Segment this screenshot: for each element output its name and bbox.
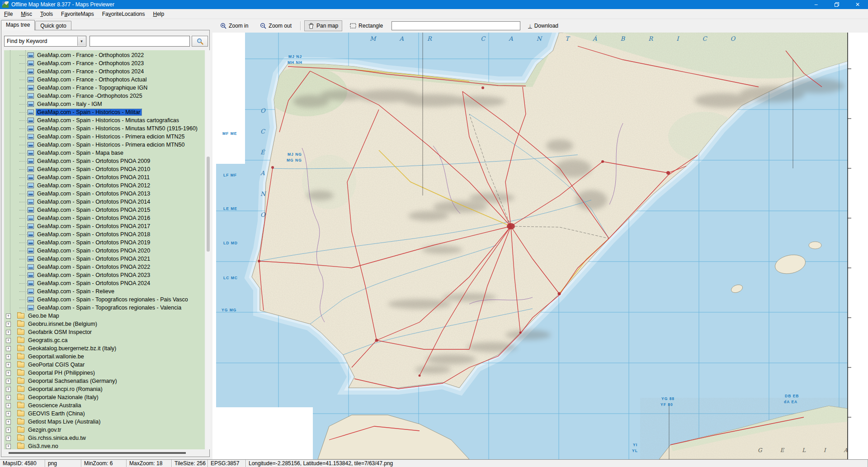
tree-item[interactable]: GeaMap.com - Spain - Ortofotos PNOA 2012 <box>4 181 205 190</box>
chevron-down-icon[interactable]: ▼ <box>77 37 85 46</box>
tree-item[interactable]: GeaMap.com - Spain - Historicos - Milita… <box>4 108 205 116</box>
tree-item-label: GeaMap.com - Spain - Topograficos region… <box>36 305 182 311</box>
tree-folder[interactable]: +Geogratis.gc.ca <box>4 336 205 344</box>
expand-icon[interactable]: + <box>6 379 11 384</box>
zoom-out-button[interactable]: Zoom out <box>256 20 296 31</box>
tree-item[interactable]: GeaMap.com - Spain - Ortofotos PNOA 2018 <box>4 230 205 238</box>
tree-horizontal-scrollbar[interactable] <box>4 450 205 456</box>
menu-item-misc[interactable]: Misc <box>17 10 36 19</box>
tree-item[interactable]: GeaMap.com - Spain - Ortofotos PNOA 2021 <box>4 255 205 263</box>
scrollbar-thumb[interactable] <box>9 452 186 454</box>
tab-maps-tree[interactable]: Maps tree <box>1 20 35 30</box>
expand-icon[interactable]: + <box>6 322 11 327</box>
tree-item[interactable]: GeaMap.com - Spain - Historicos - Primer… <box>4 133 205 141</box>
expand-icon[interactable]: + <box>6 338 11 343</box>
tree-item[interactable]: GeaMap.com - Spain - Topograficos region… <box>4 304 205 312</box>
tree-folder[interactable]: +Geoportale Nazionale (Italy) <box>4 393 205 401</box>
tree-folder[interactable]: +Geoportal PH (Philippines) <box>4 369 205 377</box>
tree-item[interactable]: GeaMap.com - France - Orthophotos Actual <box>4 76 205 84</box>
tree-item[interactable]: GeaMap.com - Spain - Ortofotos PNOA 2022 <box>4 263 205 271</box>
tree-item[interactable]: GeaMap.com - France - Orthophotos 2023 <box>4 59 205 67</box>
map-toolbar-input[interactable] <box>392 21 520 30</box>
tree-item[interactable]: GeaMap.com - France - Orthophotos 2022 <box>4 51 205 59</box>
map-viewport[interactable]: M A R C A N T Á B R I C OOCÉANOG E L I A… <box>212 33 868 459</box>
tree-folder[interactable]: +Geoportal.ancpi.ro (Romania) <box>4 385 205 393</box>
search-button[interactable] <box>192 36 208 47</box>
expand-icon[interactable]: + <box>6 419 11 424</box>
zoom-in-button[interactable]: Zoom in <box>216 20 252 31</box>
tree-item[interactable]: GeaMap.com - Spain - Historicos - Primer… <box>4 141 205 149</box>
rectangle-button[interactable]: Rectangle <box>346 20 387 31</box>
tree-item[interactable]: GeaMap.com - Spain - Ortofotos PNOA 2017 <box>4 222 205 230</box>
expand-icon[interactable]: + <box>6 371 11 376</box>
map-layer-icon <box>28 61 34 66</box>
minimize-button[interactable]: – <box>806 0 826 9</box>
map-layer-icon <box>28 134 34 139</box>
tree-item[interactable]: GeaMap.com - Spain - Mapa base <box>4 149 205 157</box>
find-mode-select[interactable]: Find by Keyword ▼ <box>4 36 86 47</box>
tree-item[interactable]: GeaMap.com - Spain - Ortofotos PNOA 2023 <box>4 271 205 279</box>
expand-icon[interactable]: + <box>6 346 11 351</box>
expand-icon[interactable]: + <box>6 314 11 319</box>
tree-item[interactable]: GeaMap.com - Spain - Ortofotos PNOA 2013 <box>4 190 205 198</box>
tree-item[interactable]: GeaMap.com - Spain - Ortofotos PNOA 2014 <box>4 198 205 206</box>
tree-folder-label: Geoscience Australia <box>27 402 82 409</box>
tree-item[interactable]: GeaMap.com - Spain - Ortofotos PNOA 2011 <box>4 173 205 181</box>
tree-item[interactable]: GeaMap.com - Spain - Historicos - Minuta… <box>4 116 205 124</box>
menu-item-favoritelocations[interactable]: FavoriteLocations <box>98 10 149 19</box>
tree-vertical-scrollbar[interactable] <box>206 50 211 449</box>
folder-icon <box>17 411 24 416</box>
tree-folder[interactable]: +Geobru.irisnet.be (Belgium) <box>4 320 205 328</box>
tree-item[interactable]: GeaMap.com - Spain - Ortofotos PNOA 2016 <box>4 214 205 222</box>
expand-icon[interactable]: + <box>6 354 11 359</box>
tree-item[interactable]: GeaMap.com - Spain - Ortofotos PNOA 2024 <box>4 279 205 287</box>
tree-folder[interactable]: +Geokatalog.buergernetz.bz.it (Italy) <box>4 344 205 353</box>
tree-item[interactable]: GeaMap.com - France -Orthophotos 2025 <box>4 92 205 100</box>
tree-item[interactable]: GeaMap.com - Spain - Relieve <box>4 287 205 295</box>
tree-folder[interactable]: +Geo.be Map <box>4 312 205 320</box>
tree-item[interactable]: GeaMap.com - France - Orthophotos 2024 <box>4 67 205 76</box>
expand-icon[interactable]: + <box>6 403 11 408</box>
restore-button[interactable] <box>826 0 847 9</box>
expand-icon[interactable]: + <box>6 411 11 416</box>
tree-item[interactable]: GeaMap.com - Spain - Ortofotos PNOA 2019 <box>4 238 205 247</box>
menu-item-tools[interactable]: Tools <box>36 10 57 19</box>
menu-item-file[interactable]: File <box>0 10 17 19</box>
expand-icon[interactable]: + <box>6 330 11 335</box>
scrollbar-thumb[interactable] <box>207 157 210 252</box>
download-button[interactable]: ↓ Download <box>524 20 562 31</box>
tree-item[interactable]: GeaMap.com - Spain - Topograficos region… <box>4 295 205 304</box>
tree-item[interactable]: GeaMap.com - Italy - IGM <box>4 100 205 108</box>
expand-icon[interactable]: + <box>6 444 11 449</box>
expand-icon[interactable]: + <box>6 395 11 400</box>
tree-item[interactable]: GeaMap.com - Spain - Ortofotos PNOA 2009 <box>4 157 205 165</box>
tree-item-label: GeaMap.com - Spain - Ortofotos PNOA 2014 <box>36 199 151 205</box>
expand-icon[interactable]: + <box>6 387 11 392</box>
tree-folder[interactable]: +Geoportail.wallonie.be <box>4 353 205 361</box>
menu-item-favoritemaps[interactable]: FavoriteMaps <box>57 10 98 19</box>
tree-folder[interactable]: +Geoportal Sachsenatlas (Germany) <box>4 377 205 385</box>
expand-icon[interactable]: + <box>6 362 11 367</box>
tree-folder[interactable]: +GEOVIS Earth (China) <box>4 410 205 418</box>
grid-ref-label: LD MD <box>223 241 238 245</box>
search-input[interactable] <box>90 36 190 47</box>
pan-map-button[interactable]: Pan map <box>304 20 342 31</box>
tree-folder[interactable]: +Getlost Maps Live (Australia) <box>4 418 205 426</box>
menu-item-help[interactable]: Help <box>149 10 169 19</box>
tree-item[interactable]: GeaMap.com - France - Topographique IGN <box>4 84 205 92</box>
tree-item[interactable]: GeaMap.com - Spain - Ortofotos PNOA 2020 <box>4 247 205 255</box>
expand-icon[interactable]: + <box>6 428 11 433</box>
tab-quick-goto[interactable]: Quick goto <box>35 21 71 30</box>
tree-folder[interactable]: +Gis.rchss.sinica.edu.tw <box>4 434 205 442</box>
tree-folder[interactable]: +GeoPortal CGIS Qatar <box>4 361 205 369</box>
tree-folder[interactable]: +Geofabrik OSM Inspector <box>4 328 205 336</box>
tree-item[interactable]: GeaMap.com - Spain - Ortofotos PNOA 2015 <box>4 206 205 214</box>
expand-icon[interactable]: + <box>6 436 11 441</box>
close-button[interactable]: ✕ <box>847 0 868 9</box>
tree-folder[interactable]: +Geoscience Australia <box>4 401 205 410</box>
tree-item[interactable]: GeaMap.com - Spain - Historicos - Minuta… <box>4 124 205 133</box>
map-layer-icon <box>28 158 34 164</box>
tree-folder[interactable]: +Gezgin.gov.tr <box>4 426 205 434</box>
tree-item[interactable]: GeaMap.com - Spain - Ortofotos PNOA 2010 <box>4 165 205 173</box>
tree-folder[interactable]: +Gis3.nve.no <box>4 442 205 449</box>
